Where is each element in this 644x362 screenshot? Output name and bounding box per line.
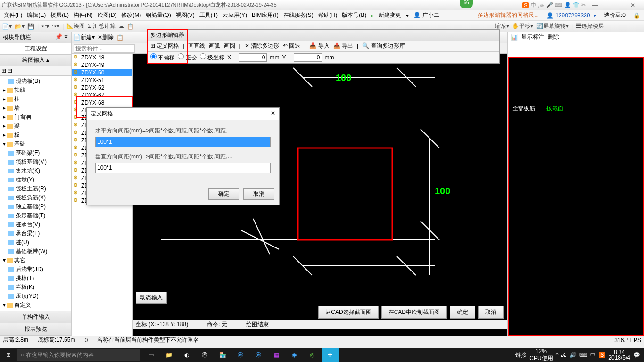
polar-radio[interactable]: 极坐标 — [200, 53, 224, 62]
rotate-btn[interactable]: 🔄屏幕旋转▾ — [536, 22, 569, 30]
menu-edit[interactable]: 编辑(E) — [25, 10, 48, 20]
nav-tree[interactable]: 现浇板(B)▸ 轴线▸ 柱▸ 墙▸ 门窗洞▸ 梁▸ 板▾ 基础基础梁(F)筏板基… — [0, 76, 71, 311]
tree-node[interactable]: 筏板负筋(X) — [1, 193, 70, 202]
ime-bar[interactable]: S 中,☺🎤⌨👤👕✂ — [522, 1, 586, 8]
taskbar-search[interactable]: ○ 在这里输入你要搜索的内容 — [17, 349, 140, 361]
tb-app6[interactable]: ◎ — [304, 348, 321, 362]
tab-draw[interactable]: 绘图输入 ▴ — [0, 55, 71, 66]
phone[interactable]: 👤13907298339 ▾ — [545, 11, 598, 20]
tb-app3[interactable]: 🏪 — [214, 348, 231, 362]
dynamic-input[interactable]: 动态输入 — [136, 292, 167, 304]
show-dim[interactable]: 显示标注 — [521, 33, 544, 41]
menu-version[interactable]: 版本号(B) — [340, 10, 368, 20]
cloud-icon[interactable]: ☁ — [118, 23, 124, 30]
tb-ie[interactable]: ⓔ — [250, 348, 267, 362]
tree-node[interactable]: 柱墩(Y) — [1, 175, 70, 184]
tb-edge[interactable]: ⓔ — [232, 348, 249, 362]
query-btn[interactable]: 🔍 查询多边形库 — [362, 42, 405, 50]
menu-rebar[interactable]: 钢筋量(Q) — [144, 10, 173, 20]
list-item[interactable]: ZDYX-49 — [72, 61, 132, 69]
define-grid-btn[interactable]: ⊞ 定义网格 — [150, 42, 179, 50]
single-input[interactable]: 单构件输入 — [0, 311, 71, 323]
new-btn[interactable]: 📄新建▾ — [74, 33, 95, 41]
copy-icon[interactable]: 📋 — [116, 34, 124, 41]
expand-icon[interactable]: ⊞ — [1, 67, 6, 74]
list-item[interactable]: ZDYX-51 — [72, 76, 132, 84]
tray-s[interactable]: S — [599, 352, 605, 358]
new-icon[interactable]: 📄▾ — [2, 23, 12, 30]
menu-online[interactable]: 在线服务(S) — [281, 10, 315, 20]
check-icon[interactable]: 📋 — [127, 23, 134, 30]
new-change[interactable]: 新建变更 — [377, 10, 403, 20]
tree-node[interactable]: 压顶(YD) — [1, 292, 70, 301]
list-item[interactable]: ZDYX-67 — [72, 91, 132, 99]
select-cad-btn[interactable]: 从CAD选择截面图 — [318, 306, 378, 319]
tree-node[interactable]: 桩承台(V) — [1, 220, 70, 229]
delete-dim[interactable]: 删除 — [548, 33, 559, 41]
sum-btn[interactable]: Σ 汇总计算 — [88, 22, 116, 30]
delete-btn[interactable]: ✕删除 — [98, 33, 114, 41]
section-canvas[interactable]: 全部纵筋 按截面 — [508, 57, 644, 336]
tray-kb[interactable]: ⌨ — [579, 352, 587, 358]
draw-circle-btn[interactable]: 画圆 — [224, 42, 235, 50]
tree-node[interactable]: 桩(U) — [1, 238, 70, 247]
draw-btn[interactable]: 📐绘图 — [66, 22, 85, 30]
tree-node[interactable]: ▸ 轴线 — [1, 86, 70, 95]
ok-btn[interactable]: 确定 — [450, 306, 475, 319]
tree-node[interactable]: ▾ 基础 — [1, 140, 70, 148]
menu-modify[interactable]: 修改(M) — [119, 10, 143, 20]
list-item[interactable]: ZDYX-48 — [72, 54, 132, 61]
undo-icon[interactable]: ↶▾ — [41, 23, 49, 30]
tb-task[interactable]: ▭ — [142, 348, 159, 362]
tree-node[interactable]: ▾ 自定义 — [1, 301, 70, 310]
tray-clock[interactable]: 8:342018/5/4 — [608, 349, 630, 361]
menu-floor[interactable]: 楼层(L) — [49, 10, 71, 20]
tab-project[interactable]: 工程设置 — [0, 43, 71, 55]
close-button[interactable]: ✕ — [623, 2, 642, 8]
user-small[interactable]: 👤广小二 — [412, 10, 443, 20]
tree-node[interactable]: ▾ 其它 — [1, 256, 70, 265]
select-floor[interactable]: ☰选择楼层 — [576, 22, 604, 30]
min-button[interactable]: — — [586, 2, 604, 8]
menu-bim[interactable]: BIM应用(I) — [250, 10, 281, 20]
cancel-btn[interactable]: 取消 — [478, 306, 504, 319]
tree-node[interactable]: ▸ 门窗洞 — [1, 113, 70, 122]
report-preview[interactable]: 报表预览 — [0, 323, 71, 336]
dlg-close[interactable]: ✕ — [271, 110, 275, 118]
menu-help[interactable]: 帮助(H) — [316, 10, 339, 20]
tree-node[interactable]: 筏板基础(M) — [1, 157, 70, 166]
pan-btn[interactable]: ✋平移▾ — [512, 22, 533, 30]
tb-app2[interactable]: Ⓔ — [196, 348, 213, 362]
tree-node[interactable]: 现浇板(B) — [1, 77, 70, 86]
tray-net[interactable]: 🖧 — [561, 352, 567, 358]
clear-poly-btn[interactable]: ✕ 清除多边形 — [245, 42, 279, 50]
ortho-radio[interactable]: 正交 — [178, 53, 197, 62]
draw-cad-btn[interactable]: 在CAD中绘制截面图 — [381, 306, 447, 319]
dlg-ok[interactable]: 确定 — [208, 188, 239, 200]
tree-node[interactable]: ▸ 梁 — [1, 122, 70, 131]
menu-cloud[interactable]: 云应用(Y) — [221, 10, 249, 20]
list-item[interactable]: ZDYX-50 — [72, 69, 132, 76]
tree-node[interactable]: 栏板(K) — [1, 283, 70, 292]
y-input[interactable] — [294, 53, 322, 62]
tray-vol[interactable]: 🔊 — [570, 352, 577, 358]
tb-app5[interactable]: ◉ — [286, 348, 303, 362]
tree-node[interactable]: ▸ 柱 — [1, 95, 70, 104]
tb-app7[interactable]: ✚ — [322, 348, 339, 362]
tb-app4[interactable]: ▦ — [268, 348, 285, 362]
dlg-cancel[interactable]: 取消 — [243, 188, 274, 200]
tray-ime[interactable]: 中 — [590, 351, 596, 359]
draw-arc-btn[interactable]: 画弧 — [209, 42, 220, 50]
tree-node[interactable]: 筏板主筋(R) — [1, 184, 70, 193]
show-dim-icon[interactable]: 📊 — [511, 34, 518, 41]
menu-draw[interactable]: 绘图(D) — [96, 10, 119, 20]
tree-node[interactable]: 后浇带(JD) — [1, 265, 70, 274]
menu-component[interactable]: 构件(N) — [72, 10, 95, 20]
list-item[interactable]: ZDYX-68 — [72, 99, 132, 107]
export-btn[interactable]: 📤 导出 — [333, 42, 353, 50]
tb-folder[interactable]: 📁 — [160, 348, 177, 362]
tree-node[interactable]: 条形基础(T) — [1, 211, 70, 220]
import-btn[interactable]: 📥 导入 — [309, 42, 329, 50]
collapse-icon[interactable]: ⊟ — [8, 67, 12, 74]
no-offset-radio[interactable]: 不偏移 — [150, 53, 175, 62]
